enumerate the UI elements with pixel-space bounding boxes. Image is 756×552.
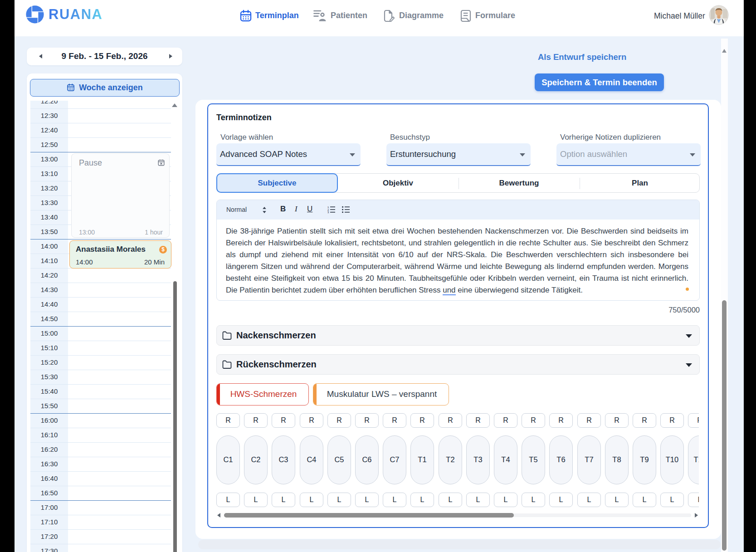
- svg-text:3: 3: [327, 211, 329, 213]
